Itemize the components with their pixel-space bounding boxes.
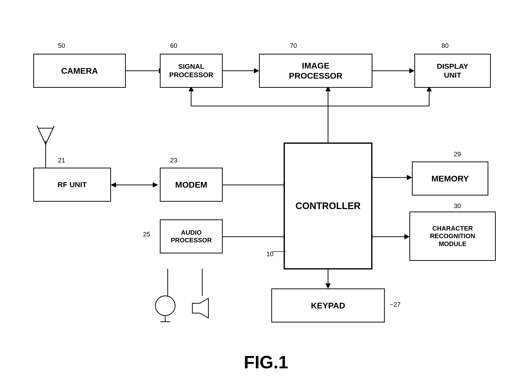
svg-marker-30 (326, 284, 330, 288)
svg-point-40 (155, 296, 175, 316)
audio-processor-block: AUDIOPROCESSOR (160, 219, 223, 253)
svg-marker-18 (111, 182, 116, 187)
controller-block: CONTROLLER (284, 143, 372, 269)
svg-marker-5 (409, 68, 414, 73)
image-processor-block: IMAGEPROCESSOR (259, 54, 372, 88)
memory-block: MEMORY (412, 161, 488, 196)
camera-block: CAMERA (33, 54, 126, 88)
svg-marker-21 (407, 175, 412, 180)
display-unit-num: 80 (441, 42, 449, 50)
modem-block: MODEM (160, 168, 223, 202)
keypad-num: ~27 (390, 301, 401, 308)
signal-processor-block: SIGNALPROCESSOR (160, 54, 223, 88)
svg-marker-43 (192, 298, 208, 318)
speaker-icon (187, 295, 215, 322)
keypad-block: KEYPAD (271, 288, 385, 322)
svg-marker-3 (254, 68, 259, 73)
svg-marker-19 (153, 182, 158, 187)
character-recognition-num: 30 (454, 202, 461, 210)
modem-num: 23 (170, 157, 177, 164)
figure-caption: FIG.1 (244, 352, 288, 372)
image-processor-num: 70 (290, 42, 297, 50)
rf-unit-block: RF UNIT (33, 168, 111, 202)
signal-processor-num: 60 (170, 42, 177, 50)
audio-processor-num: 25 (143, 231, 150, 238)
antenna-icon (35, 121, 57, 145)
rf-unit-num: 21 (58, 157, 65, 164)
microphone-icon (153, 293, 178, 323)
controller-num: 10 (266, 250, 274, 258)
camera-num: 50 (58, 42, 65, 50)
memory-num: 29 (454, 150, 461, 158)
character-recognition-block: CHARACTERRECOGNITIONMODULE (409, 212, 496, 261)
display-unit-block: DISPLAYUNIT (414, 54, 491, 88)
svg-marker-27 (404, 234, 409, 239)
